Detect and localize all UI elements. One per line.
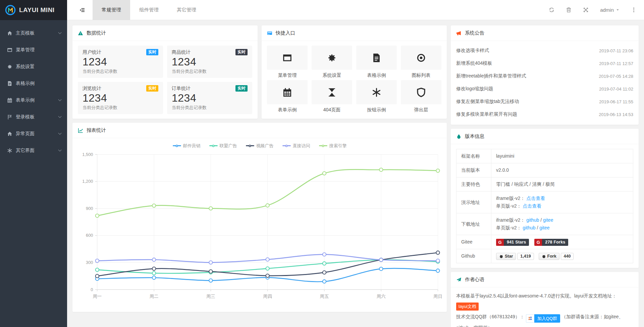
notice-list: 修改选项卡样式2019-07-11 23:06 新增系统404模板2019-07… xyxy=(451,41,639,125)
demo-iframe-link[interactable]: 点击查看 xyxy=(526,196,545,201)
home-icon xyxy=(7,131,12,137)
status-badge: 实时 xyxy=(235,49,248,55)
download-github-link[interactable]: github xyxy=(523,225,535,230)
status-badge: 实时 xyxy=(235,85,248,92)
layui-doc-badge[interactable]: layui文档 xyxy=(456,303,479,311)
card-author-words: 作者心语 本模板基于layui2.5.4以及font-awesome-4.7.0… xyxy=(451,272,639,327)
svg-text:0: 0 xyxy=(91,287,93,292)
card-title: 数据统计 xyxy=(87,30,106,36)
legend-affiliate-ads[interactable]: 联盟广告 xyxy=(209,143,237,149)
legend-search-engine[interactable]: 搜索引擎 xyxy=(319,143,347,149)
card-title: 快捷入口 xyxy=(276,30,295,36)
legend-swatch xyxy=(246,145,254,146)
card-data-stats: 数据统计 用户统计实时 1234 当前分类总记录数 商品统计实时 1234 当前… xyxy=(72,25,258,119)
card-title: 报表统计 xyxy=(87,127,106,133)
fullscreen-button[interactable] xyxy=(583,7,589,13)
sidebar-item-menu-management[interactable]: 菜单管理 xyxy=(0,42,67,58)
quick-table-examples[interactable]: 表格示例 xyxy=(356,46,397,78)
legend-direct-visit[interactable]: 直接访问 xyxy=(282,143,310,149)
stat-value: 1234 xyxy=(172,55,248,68)
sidebar: LAYUI MINI 主页模板 菜单管理 系统设置 表格示例 表单示例 登录模板 xyxy=(0,0,67,327)
quick-system-settings[interactable]: 系统设置 xyxy=(312,46,352,78)
clear-cache-button[interactable] xyxy=(566,7,572,13)
header-actions: admin xyxy=(549,7,637,13)
app-title: LAYUI MINI xyxy=(19,6,55,14)
more-menu-button[interactable] xyxy=(631,7,637,13)
github-star-count[interactable]: 1,419 xyxy=(517,253,534,260)
quick-menu-management[interactable]: 菜单管理 xyxy=(267,46,308,78)
layui-logo-icon xyxy=(5,4,16,16)
quick-form-examples[interactable]: 表单示例 xyxy=(267,80,308,113)
card-author-header: 作者心语 xyxy=(451,272,639,287)
github-star-button[interactable]: Star xyxy=(496,253,516,260)
caret-down-icon xyxy=(616,8,620,12)
card-report-header: 报表统计 xyxy=(72,123,447,138)
notice-time: 2019-07-04 11:02 xyxy=(599,87,633,92)
refresh-button[interactable] xyxy=(549,7,554,13)
snowflake-icon xyxy=(372,88,381,97)
megaphone-icon xyxy=(456,31,462,36)
credit-card-icon xyxy=(267,31,272,36)
tab-other-management[interactable]: 其它管理 xyxy=(168,0,205,20)
card-title: 作者心语 xyxy=(465,276,484,283)
report-chart-svg: 03006009001,2001,500周一周二周三周四周五周六周日 xyxy=(75,149,444,308)
github-fork-count[interactable]: 440 xyxy=(561,253,574,260)
notice-item: 修改选项卡样式2019-07-11 23:06 xyxy=(451,44,639,57)
download-gitee-link[interactable]: gitee xyxy=(543,217,553,223)
sidebar-item-login-templates[interactable]: 登录模板 xyxy=(0,109,67,125)
sidebar-item-system-settings[interactable]: 系统设置 xyxy=(0,58,67,75)
tab-general-management[interactable]: 常规管理 xyxy=(93,0,130,20)
notice-time: 2019-07-05 14:28 xyxy=(599,74,633,79)
gitee-stars-badge[interactable]: G941 Stars xyxy=(496,239,529,246)
legend-video-ads[interactable]: 视频广告 xyxy=(246,143,274,149)
download-gitee-link[interactable]: gitee xyxy=(539,225,549,230)
quick-button-examples[interactable]: 按钮示例 xyxy=(356,80,397,113)
github-fork-button[interactable]: Fork xyxy=(539,253,559,260)
sidebar-item-other-pages[interactable]: 其它界面 xyxy=(0,142,67,159)
sidebar-item-form-examples[interactable]: 表单示例 xyxy=(0,92,67,109)
svg-text:周日: 周日 xyxy=(433,294,442,299)
chart-legend: 邮件营销 联盟广告 视频广告 直接访问 搜索引擎 xyxy=(72,138,447,149)
notice-item: 修复多模块菜单栏展开有问题2019-06-13 14:53 xyxy=(451,108,639,121)
qq-group-icon xyxy=(526,314,534,323)
droplet-icon xyxy=(456,134,462,139)
sidebar-item-table-examples[interactable]: 表格示例 xyxy=(0,75,67,92)
notice-item: 修改logo缩放问题2019-07-04 11:02 xyxy=(451,83,639,95)
tab-component-management[interactable]: 组件管理 xyxy=(130,0,168,20)
sidebar-item-home-templates[interactable]: 主页模板 xyxy=(0,25,67,42)
gitee-icon: G xyxy=(496,239,504,246)
github-fork-widget[interactable]: Fork 440 xyxy=(539,253,574,260)
demo-spa-link[interactable]: 点击查看 xyxy=(523,203,541,209)
octocat-icon xyxy=(499,254,503,259)
quick-icon-list[interactable]: 图标列表 xyxy=(401,46,441,78)
menu-fold-icon xyxy=(79,7,85,13)
file-icon xyxy=(372,53,381,63)
line-chart-icon xyxy=(78,128,83,133)
chevron-down-icon xyxy=(58,114,62,118)
sidebar-item-error-pages[interactable]: 异常页面 xyxy=(0,125,67,142)
svg-text:900: 900 xyxy=(86,206,93,211)
svg-text:周四: 周四 xyxy=(263,294,272,299)
card-version-info: 版本信息 框架名称 layuimini 当前版本 v2.0.0 主要特色 零门槛… xyxy=(451,129,639,268)
user-dropdown[interactable]: admin xyxy=(600,7,620,13)
legend-email-marketing[interactable]: 邮件营销 xyxy=(173,143,201,149)
flag-icon xyxy=(7,114,12,120)
svg-text:周三: 周三 xyxy=(206,294,215,299)
join-qq-group-button[interactable]: 加入QQ群 xyxy=(526,314,560,323)
line-chart: 03006009001,2001,500周一周二周三周四周五周六周日 xyxy=(72,149,447,308)
quick-grid: 菜单管理 系统设置 表格示例 图标列表 xyxy=(262,41,447,116)
top-header: 常规管理 组件管理 其它管理 admin xyxy=(67,0,644,20)
refresh-icon xyxy=(549,7,554,13)
gitee-forks-badge[interactable]: G278 Forks xyxy=(534,239,568,246)
quick-404-page[interactable]: 404页面 xyxy=(312,80,352,113)
card-version-header: 版本信息 xyxy=(451,129,639,144)
window-icon xyxy=(7,47,12,53)
file-icon xyxy=(7,81,12,86)
github-star-widget[interactable]: Star 1,419 xyxy=(496,253,534,260)
quick-popup-layer[interactable]: 弹出层 xyxy=(401,80,441,113)
card-report-chart: 报表统计 邮件营销 联盟广告 视频广告 直接访问 搜索引擎 0300600900… xyxy=(72,123,447,312)
menu-fold-button[interactable] xyxy=(72,0,93,20)
svg-text:1,200: 1,200 xyxy=(82,179,93,184)
card-notice-header: 系统公告 xyxy=(451,25,639,41)
download-github-link[interactable]: github xyxy=(526,217,539,223)
